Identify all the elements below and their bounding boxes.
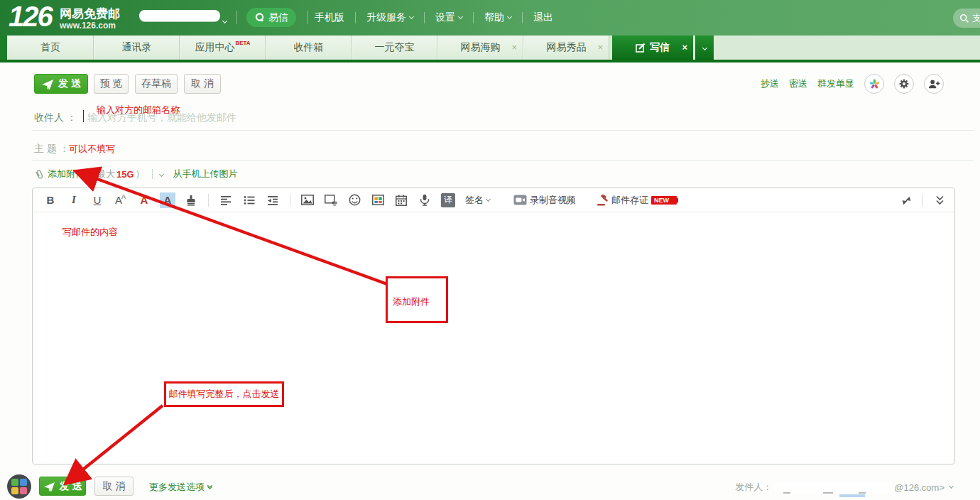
color-leaf-icon: [869, 78, 881, 90]
font-size-icon[interactable]: AA: [113, 192, 129, 208]
paper-plane-icon: [43, 481, 55, 492]
record-av-button[interactable]: 录制音视频: [512, 192, 577, 208]
stationery-button[interactable]: [864, 74, 884, 94]
paper-plane-icon: [41, 78, 54, 90]
calendar-icon[interactable]: [393, 192, 409, 208]
format-painter-icon[interactable]: [183, 192, 199, 208]
gavel-icon: [597, 195, 609, 206]
editor-toolbar-right: [898, 188, 947, 212]
double-chevron-down-icon: [208, 486, 212, 489]
tab-xiupin[interactable]: 网易秀品×: [523, 36, 609, 60]
compose-icon: [636, 43, 646, 53]
video-camera-icon: [513, 195, 527, 205]
attachment-row: 添加附件 （最大 15G ） 从手机上传图片: [34, 168, 238, 180]
send-button-bottom[interactable]: 发 送: [39, 477, 86, 496]
annotation-body-hint: 写邮件的内容: [62, 226, 118, 239]
mail-certify-button[interactable]: 邮件存证 NEW: [595, 192, 678, 208]
tab-contacts[interactable]: 通讯录: [94, 36, 180, 60]
outdent-icon[interactable]: [265, 192, 281, 208]
cancel-button-bottom[interactable]: 取 消: [94, 477, 134, 496]
tab-compose-active[interactable]: 写信 ×: [612, 36, 693, 60]
tab-haigou[interactable]: 网易海购×: [437, 36, 523, 60]
yixin-button[interactable]: 易信: [246, 8, 296, 27]
menu-mobile-version[interactable]: 手机版: [315, 11, 344, 24]
chevron-down-icon: [458, 14, 463, 19]
menu-settings[interactable]: 设置: [435, 11, 462, 24]
menu-logout[interactable]: 退出: [533, 11, 553, 24]
more-send-options[interactable]: 更多发送选项: [149, 481, 212, 494]
sender-label: 发件人：: [735, 481, 772, 494]
send-button-top[interactable]: 发 送: [34, 74, 88, 94]
voice-input-icon[interactable]: [417, 192, 432, 208]
sender-dropdown-icon[interactable]: [949, 484, 954, 489]
tab-inbox[interactable]: 收件箱: [266, 36, 352, 60]
attach-size-suffix: ）: [136, 168, 145, 180]
translate-icon[interactable]: 译: [440, 192, 456, 208]
highlight-color-icon[interactable]: A: [160, 192, 175, 208]
insert-image-icon[interactable]: [300, 192, 315, 208]
account-email-obscured[interactable]: [139, 10, 220, 21]
menu-upgrade-services[interactable]: 升级服务: [366, 11, 413, 24]
header-divider: [307, 11, 308, 24]
italic-icon[interactable]: I: [66, 192, 82, 208]
menu-help[interactable]: 帮助: [484, 11, 511, 24]
header-menu: 手机版 升级服务 设置 帮助 退出: [315, 0, 553, 36]
tab-bar: 首页 通讯录 应用中心BETA 收件箱 一元夺宝 网易海购× 网易秀品× 写信 …: [0, 36, 980, 62]
tab-home[interactable]: 首页: [7, 36, 94, 60]
annotation-recipient-hint: 输入对方的邮箱名称: [97, 104, 180, 116]
close-icon[interactable]: ×: [511, 42, 517, 53]
beta-badge: BETA: [235, 40, 250, 46]
mail-search-box[interactable]: 支: [953, 9, 980, 28]
cc-link[interactable]: 抄送: [761, 77, 779, 90]
top-header: 126 网易免费邮 www.126.com 易信 手机版 升级服务 设置 帮助 …: [0, 0, 980, 36]
tab-app-center[interactable]: 应用中心BETA: [180, 36, 266, 60]
greeting-card-icon[interactable]: [370, 192, 386, 208]
attach-dropdown-icon[interactable]: [159, 171, 164, 176]
signature-dropdown[interactable]: 签名: [464, 192, 491, 208]
chevron-down-icon: [507, 14, 512, 19]
subject-label: 主 题 ：: [34, 143, 70, 156]
underline-icon[interactable]: U: [89, 192, 105, 208]
webmail-compose-screen: 126 网易免费邮 www.126.com 易信 手机版 升级服务 设置 帮助 …: [0, 0, 980, 500]
account-dropdown[interactable]: [223, 13, 227, 26]
editor-toolbar: B I U AA A A: [33, 188, 954, 212]
preview-button[interactable]: 预 览: [94, 74, 129, 94]
gear-icon: [898, 78, 910, 89]
font-color-icon[interactable]: A: [136, 192, 152, 208]
annotation-subject-hint: 可以不填写: [69, 143, 115, 156]
upload-from-phone-link[interactable]: 从手机上传图片: [173, 168, 238, 180]
tab-list-dropdown[interactable]: [695, 36, 714, 60]
compose-options: 抄送 密送 群发单显: [761, 74, 944, 94]
sender-email-suffix: @126.com>: [894, 482, 944, 493]
app-launcher-button[interactable]: [7, 474, 31, 499]
tab-yiyuanduobao[interactable]: 一元夺宝: [352, 36, 437, 60]
annotation-send-box-label: 邮件填写完整后，点击发送: [169, 388, 280, 401]
field-divider: [32, 130, 974, 131]
annotation-send-box: 邮件填写完整后，点击发送: [164, 381, 284, 407]
close-icon[interactable]: ×: [682, 42, 687, 53]
chevron-down-icon: [409, 14, 414, 19]
recipient-label: 收件人 ：: [34, 112, 77, 124]
field-divider: [32, 160, 974, 161]
cancel-button-top[interactable]: 取 消: [184, 74, 221, 94]
add-attachment-link[interactable]: 添加附件: [48, 168, 85, 180]
compose-settings-button[interactable]: [894, 74, 914, 94]
mass-send-link[interactable]: 群发单显: [817, 77, 854, 90]
yixin-icon: [254, 12, 265, 23]
bold-icon[interactable]: B: [43, 192, 58, 208]
sender-row: 发件人： @126.com>: [735, 481, 953, 494]
save-draft-button[interactable]: 存草稿: [135, 74, 178, 94]
collapse-toolbar-icon[interactable]: [932, 192, 947, 208]
new-badge: NEW: [651, 196, 677, 205]
fullscreen-icon[interactable]: [898, 192, 914, 208]
close-icon[interactable]: ×: [597, 42, 603, 53]
emoticon-icon[interactable]: [347, 192, 362, 208]
add-contact-button[interactable]: [924, 74, 944, 94]
align-icon[interactable]: [218, 192, 234, 208]
editor-body[interactable]: [33, 212, 954, 464]
logo-title: 网易免费邮: [60, 6, 120, 22]
bcc-link[interactable]: 密送: [789, 77, 807, 90]
screenshot-icon[interactable]: [323, 192, 339, 208]
bullet-list-icon[interactable]: [241, 192, 257, 208]
paperclip-icon: [32, 167, 45, 180]
